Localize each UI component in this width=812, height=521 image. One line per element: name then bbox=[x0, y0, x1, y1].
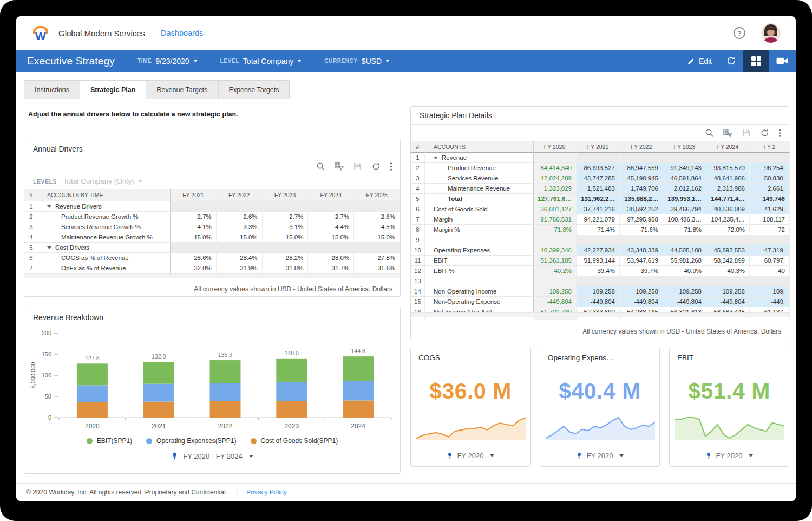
refresh-icon[interactable] bbox=[371, 162, 381, 171]
levels-dropdown[interactable]: LEVELS Total Company (Only) bbox=[33, 177, 142, 185]
legend-item[interactable]: Operating Expenses(SPP1) bbox=[146, 437, 236, 445]
cell[interactable]: -109,258 bbox=[663, 286, 706, 297]
dashboards-link[interactable]: Dashboards bbox=[161, 29, 203, 37]
cell[interactable]: -449,804 bbox=[620, 297, 663, 307]
cell[interactable]: 2.6% bbox=[354, 212, 400, 222]
kpi-period-dropdown[interactable]: FY 2020 bbox=[411, 452, 530, 460]
cell[interactable]: 41,629, bbox=[750, 204, 790, 214]
cell[interactable]: 37,741,216 bbox=[577, 204, 620, 214]
cell[interactable]: 2,313,986 bbox=[706, 184, 750, 194]
cell[interactable]: 27.8% bbox=[354, 253, 400, 263]
refresh-button[interactable] bbox=[719, 50, 743, 72]
cell[interactable]: 2.6% bbox=[217, 212, 263, 222]
expand-collapse-icon[interactable] bbox=[434, 157, 438, 159]
cell[interactable]: 46,591,864 bbox=[663, 173, 706, 184]
cell[interactable]: 86,693,527 bbox=[577, 163, 620, 173]
cell[interactable]: 31.6% bbox=[354, 263, 400, 273]
cell[interactable]: 149,746 bbox=[750, 194, 790, 204]
cell[interactable]: -449,804 bbox=[577, 297, 620, 307]
cell[interactable]: -109,258 bbox=[620, 286, 663, 297]
expand-collapse-icon[interactable] bbox=[47, 246, 51, 249]
cell[interactable]: 15.0% bbox=[308, 232, 354, 243]
tab-revenue-targets[interactable]: Revenue Targets bbox=[146, 80, 218, 99]
cell[interactable]: 15.0% bbox=[263, 232, 309, 243]
cell[interactable]: 4.4% bbox=[308, 222, 354, 232]
cell[interactable]: 28.6% bbox=[171, 253, 217, 263]
chart-period-dropdown[interactable]: FY 2020 - FY 2024 bbox=[24, 452, 400, 460]
present-button[interactable] bbox=[769, 50, 796, 72]
cell[interactable]: 50,830, bbox=[750, 173, 790, 184]
time-filter-dropdown[interactable]: TIME 9/23/2020 bbox=[137, 57, 198, 66]
cell[interactable]: 47,319, bbox=[750, 245, 790, 256]
cell[interactable]: 45,892,553 bbox=[706, 245, 750, 256]
filter-grid-icon[interactable] bbox=[723, 128, 732, 138]
cell[interactable]: 32.0% bbox=[171, 263, 217, 273]
level-filter-dropdown[interactable]: LEVEL Total Company bbox=[220, 57, 302, 66]
cell[interactable]: 144,771,4… bbox=[706, 194, 750, 204]
cell[interactable]: 15.0% bbox=[217, 232, 263, 243]
kpi-period-dropdown[interactable]: FY 2020 bbox=[540, 452, 659, 460]
cell[interactable]: 40,536,009 bbox=[706, 204, 750, 214]
cell[interactable]: 48,641,906 bbox=[706, 173, 750, 184]
cell[interactable]: 31.9% bbox=[217, 263, 263, 273]
privacy-policy-link[interactable]: Privacy Policy bbox=[246, 489, 287, 496]
cell[interactable]: 135,888,2… bbox=[620, 194, 663, 204]
kebab-menu-icon[interactable] bbox=[390, 162, 392, 171]
cell[interactable]: -449,804 bbox=[663, 297, 706, 307]
cell[interactable]: -109, bbox=[750, 286, 790, 297]
cell[interactable]: 91,349,143 bbox=[663, 163, 706, 173]
cell[interactable]: 4.5% bbox=[354, 222, 400, 232]
cell[interactable]: 43,747,285 bbox=[577, 173, 620, 184]
cell[interactable]: 139,953,1… bbox=[663, 194, 706, 204]
tab-expense-targets[interactable]: Expense Targets bbox=[219, 80, 290, 99]
cell[interactable]: 44,505,108 bbox=[663, 245, 706, 256]
tab-instructions[interactable]: Instructions bbox=[24, 80, 80, 99]
cell[interactable]: 43,348,339 bbox=[620, 245, 663, 256]
currency-filter-dropdown[interactable]: CURRENCY $USD bbox=[324, 57, 390, 66]
cell[interactable]: -449, bbox=[750, 297, 790, 307]
cell[interactable]: -109,258 bbox=[706, 286, 750, 297]
cell[interactable]: 2,012,162 bbox=[663, 184, 706, 194]
cell[interactable]: 3.1% bbox=[263, 222, 309, 232]
legend-item[interactable]: EBIT(SPP1) bbox=[87, 437, 132, 445]
legend-item[interactable]: Cost of Goods Sold(SPP1) bbox=[251, 437, 338, 445]
horizontal-scrollbar[interactable] bbox=[24, 273, 400, 278]
cell[interactable]: 1,749,706 bbox=[620, 184, 663, 194]
save-icon[interactable] bbox=[742, 128, 751, 138]
cell[interactable]: -449,804 bbox=[706, 297, 750, 307]
search-icon[interactable] bbox=[316, 162, 325, 171]
search-icon[interactable] bbox=[705, 128, 714, 138]
cell[interactable]: 2.7% bbox=[263, 212, 309, 222]
cell[interactable]: 28.0% bbox=[308, 253, 354, 263]
expand-collapse-icon[interactable] bbox=[47, 205, 51, 208]
cell[interactable]: 2.7% bbox=[171, 212, 217, 222]
cell[interactable]: 4.1% bbox=[171, 222, 217, 232]
workday-logo[interactable]: W bbox=[31, 26, 50, 41]
cell[interactable]: -109,258 bbox=[577, 286, 620, 297]
avatar[interactable] bbox=[761, 23, 781, 43]
cell[interactable]: 31.7% bbox=[308, 263, 354, 273]
kebab-menu-icon[interactable] bbox=[778, 128, 781, 138]
cell[interactable]: 15.0% bbox=[354, 232, 400, 243]
cell[interactable]: 42,227,934 bbox=[577, 245, 620, 256]
grid-view-button[interactable] bbox=[743, 50, 769, 72]
cell[interactable]: 28.2% bbox=[263, 253, 309, 263]
tab-strategic-plan[interactable]: Strategic Plan bbox=[80, 80, 146, 99]
filter-grid-icon[interactable] bbox=[335, 162, 344, 171]
horizontal-scrollbar[interactable] bbox=[411, 312, 789, 317]
cell[interactable]: 131,962,2… bbox=[577, 194, 620, 204]
save-icon[interactable] bbox=[353, 162, 362, 171]
cell[interactable]: 31.8% bbox=[263, 263, 309, 273]
cell[interactable]: 3.3% bbox=[217, 222, 263, 232]
cell[interactable]: 96,254, bbox=[750, 163, 790, 173]
refresh-icon[interactable] bbox=[760, 128, 769, 138]
cell[interactable]: 1,521,483 bbox=[577, 184, 620, 194]
cell[interactable]: 93,815,570 bbox=[706, 163, 750, 173]
cell[interactable]: 28.4% bbox=[217, 253, 263, 263]
cell[interactable]: 2.7% bbox=[308, 212, 354, 222]
cell[interactable]: 15.0% bbox=[171, 232, 217, 243]
cell[interactable]: 88,947,559 bbox=[620, 163, 663, 173]
cell[interactable]: 38,592,252 bbox=[620, 204, 663, 214]
cell[interactable]: 2,661, bbox=[750, 184, 790, 194]
cell[interactable]: 45,190,945 bbox=[620, 173, 663, 184]
